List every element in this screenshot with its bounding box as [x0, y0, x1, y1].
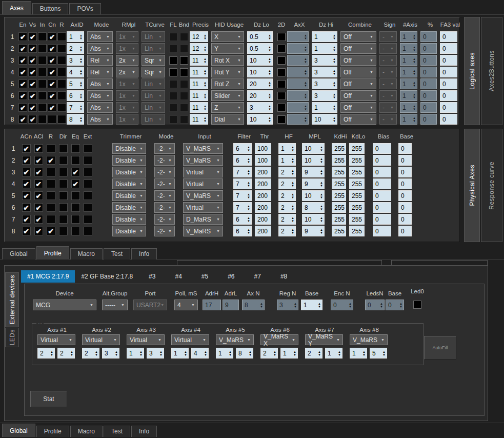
en-checkbox[interactable]: ✔ — [18, 68, 27, 76]
mode-select[interactable]: -2-▼ — [154, 202, 175, 213]
2d-indicator[interactable] — [277, 45, 286, 53]
mode-select[interactable]: Abs▼ — [87, 31, 113, 42]
axis-input-select[interactable]: V_MaRS Y▼ — [305, 334, 343, 345]
hf-spinner[interactable]: 2▲▼ — [278, 178, 296, 189]
tab-profile[interactable]: Profile — [36, 426, 69, 437]
in-checkbox[interactable] — [38, 32, 47, 41]
trimmer-select[interactable]: Disable▼ — [112, 167, 146, 177]
eq-checkbox[interactable] — [71, 156, 80, 165]
fa3-field[interactable]: 0 — [440, 114, 457, 125]
mode-select[interactable]: Abs▼ — [87, 90, 113, 101]
dz-lo-spinner[interactable]: 20▲▼ — [247, 78, 273, 89]
axid-spinner[interactable]: 4▲▼ — [67, 67, 84, 77]
axid-spinner[interactable]: 6▲▼ — [67, 90, 84, 101]
trimmer-select[interactable]: Disable▼ — [112, 143, 146, 154]
mode-select[interactable]: Abs▼ — [87, 78, 113, 89]
axid-spinner[interactable]: 5▲▼ — [67, 78, 84, 89]
precis-spinner[interactable]: 12▲▼ — [190, 43, 208, 54]
kdhi-field[interactable]: 255 — [332, 202, 346, 213]
input-select[interactable]: Virtual▼ — [183, 202, 223, 213]
cn-checkbox[interactable]: ✔ — [48, 68, 56, 76]
axis-value1-spinner[interactable]: 2▲▼ — [82, 348, 99, 359]
precis-spinner[interactable]: 12▲▼ — [190, 31, 208, 42]
r-checkbox[interactable] — [47, 203, 55, 212]
kdhi-field[interactable]: 255 — [332, 155, 346, 166]
eq-checkbox[interactable] — [71, 227, 80, 235]
mode-select[interactable]: -2-▼ — [154, 214, 175, 225]
thr-field[interactable]: 200 — [255, 178, 271, 189]
bias-field[interactable]: 0 — [373, 202, 391, 213]
acl-checkbox[interactable]: ✔ — [34, 156, 43, 165]
axis-value1-spinner[interactable]: 2▲▼ — [260, 348, 278, 359]
acl-checkbox[interactable]: ✔ — [34, 191, 43, 200]
precis-spinner[interactable]: 11▲▼ — [190, 90, 208, 101]
kdhi-field[interactable]: 255 — [332, 190, 346, 201]
in-checkbox[interactable] — [38, 44, 47, 53]
dir-checkbox[interactable] — [59, 180, 68, 188]
dz-lo-spinner[interactable]: 0.5▲▼ — [247, 43, 273, 54]
acn-checkbox[interactable]: ✔ — [22, 191, 31, 200]
tcurve-select[interactable]: Sqr▼ — [142, 55, 165, 66]
dz-hi-spinner[interactable]: 1▲▼ — [312, 102, 337, 113]
bnd-indicator[interactable] — [180, 92, 188, 100]
axis-value2-spinner[interactable]: 3▲▼ — [147, 348, 164, 359]
cn-checkbox[interactable]: ✔ — [48, 103, 56, 112]
mpl-spinner[interactable]: 8▲▼ — [302, 202, 325, 213]
combine-select[interactable]: Off▼ — [340, 114, 376, 125]
in-checkbox[interactable] — [38, 79, 47, 88]
dz-lo-spinner[interactable]: 0.5▲▼ — [247, 31, 273, 42]
kdlo-field[interactable]: 255 — [349, 143, 365, 154]
thr-field[interactable]: 200 — [255, 214, 271, 225]
bnd-indicator[interactable] — [180, 33, 188, 41]
combine-select[interactable]: Off▼ — [340, 102, 376, 113]
filter-spinner[interactable]: 7▲▼ — [233, 167, 252, 177]
axis-input-select[interactable]: Virtual▼ — [82, 334, 120, 345]
bnd-indicator[interactable] — [180, 80, 188, 88]
mode-select[interactable]: -2-▼ — [154, 155, 175, 166]
precis-spinner[interactable]: 11▲▼ — [190, 78, 208, 89]
bias-field[interactable]: 0 — [373, 167, 391, 177]
vs-checkbox[interactable]: ✔ — [28, 32, 37, 41]
base1-spinner[interactable]: 1▲▼ — [301, 300, 322, 310]
acn-checkbox[interactable]: ✔ — [22, 203, 31, 212]
hf-spinner[interactable]: 2▲▼ — [278, 190, 296, 201]
vs-checkbox[interactable]: ✔ — [28, 79, 37, 88]
hid-usage-select[interactable]: X▼ — [211, 31, 244, 42]
ext-checkbox[interactable] — [84, 180, 92, 188]
trimmer-select[interactable]: Disable▼ — [112, 178, 146, 189]
vs-checkbox[interactable]: ✔ — [28, 44, 37, 53]
hid-usage-select[interactable]: Rot Z▼ — [211, 78, 244, 89]
filter-spinner[interactable]: 6▲▼ — [233, 226, 252, 236]
base-field[interactable]: 0 — [398, 226, 412, 236]
ext-checkbox[interactable] — [84, 215, 92, 224]
axis-input-select[interactable]: V_MaRS▼ — [216, 334, 254, 345]
rmpl-select[interactable]: 2x▼ — [116, 55, 138, 66]
mpl-spinner[interactable]: 10▲▼ — [302, 143, 325, 154]
kdlo-field[interactable]: 255 — [349, 214, 365, 225]
input-select[interactable]: V_MaRS▼ — [183, 190, 223, 201]
trimmer-select[interactable]: Disable▼ — [112, 155, 146, 166]
mpl-spinner[interactable]: 10▲▼ — [302, 155, 325, 166]
axis-value1-spinner[interactable]: 2▲▼ — [37, 348, 55, 359]
stat-button[interactable]: Stat — [30, 391, 67, 407]
acn-checkbox[interactable]: ✔ — [22, 168, 31, 176]
acn-checkbox[interactable]: ✔ — [22, 227, 31, 235]
dz-hi-spinner[interactable]: 3▲▼ — [312, 67, 337, 77]
r-checkbox[interactable] — [57, 32, 66, 41]
side-tab-logical-axes[interactable]: Logical axes — [464, 17, 480, 125]
bias-field[interactable]: 0 — [373, 190, 391, 201]
bnd-indicator[interactable] — [180, 68, 188, 76]
dir-checkbox[interactable] — [59, 144, 68, 153]
dir-checkbox[interactable] — [59, 156, 68, 165]
2d-indicator[interactable] — [277, 33, 286, 41]
thr-field[interactable]: 200 — [255, 190, 271, 201]
mode-select[interactable]: Abs▼ — [87, 102, 113, 113]
base-field[interactable]: 0 — [398, 167, 412, 177]
2d-indicator[interactable] — [277, 104, 286, 112]
device-tab-5[interactable]: #5 — [192, 270, 218, 283]
acl-checkbox[interactable]: ✔ — [34, 144, 43, 153]
r-checkbox[interactable] — [47, 215, 55, 224]
acn-checkbox[interactable]: ✔ — [22, 156, 31, 165]
axis-value1-spinner[interactable]: 1▲▼ — [350, 348, 367, 359]
axis-value2-spinner[interactable]: 8▲▼ — [236, 348, 253, 359]
